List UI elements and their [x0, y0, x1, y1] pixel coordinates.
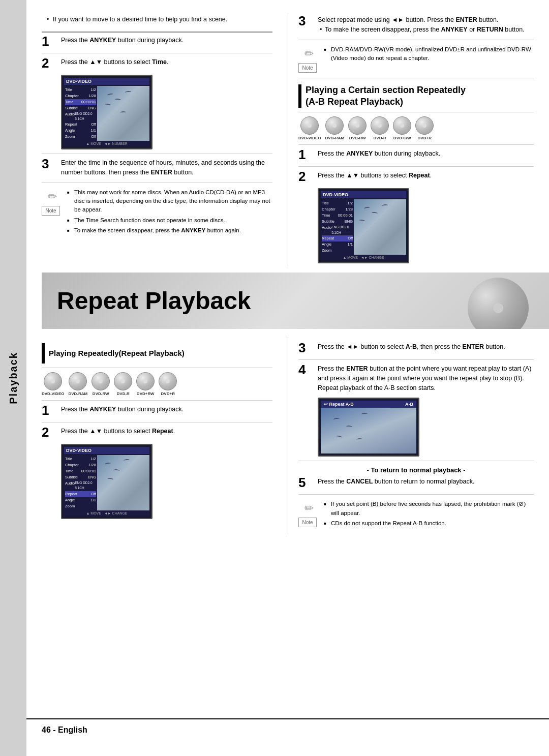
menu2-title: Title1/2 — [322, 200, 353, 206]
pr-dvd-rw-label: DVD-RW — [93, 391, 109, 396]
menu-zoom: ZoomOff — [65, 134, 96, 140]
format-icon-dvd-plusr: DVD+R — [415, 116, 434, 140]
divider-r3 — [298, 112, 534, 112]
ab-step-1: 1 Press the ANYKEY button during playbac… — [298, 149, 534, 161]
step-text-2: Press the ▲▼ buttons to select Time. — [61, 57, 272, 67]
sidebar: Playback — [0, 0, 26, 756]
dvd-menu-repeat2: Title1/2 Chapter1/28 Time00:00:01 Subtit… — [321, 199, 354, 255]
note-content-top: This may not work for some discs. When a… — [67, 188, 272, 236]
dvd-plusrw-circle — [393, 116, 411, 135]
pr-dvd-ram-circle — [69, 372, 87, 390]
step-text-3r: Select repeat mode using ◄► button. Pres… — [318, 15, 534, 35]
pr-menu-chapter: Chapter1/28 — [65, 462, 96, 468]
divider-ab5 — [298, 494, 534, 495]
dvd-screen-repeat2-title: DVD-VIDEO — [321, 191, 406, 198]
note-box-bottom: ✏ Note If you set point (B) before five … — [298, 500, 534, 529]
format-icon-dvd-ram: DVD-RAM — [325, 116, 344, 140]
note-item-r1: DVD-RAM/DVD-RW(VR mode), unfinalized DVD… — [324, 45, 534, 63]
ab-format-icons: DVD-VIDEO DVD-RAM DVD-RW DVD-R — [298, 116, 534, 140]
step-3-right: 3 Select repeat mode using ◄► button. Pr… — [298, 15, 534, 35]
note-content-right: DVD-RAM/DVD-RW(VR mode), unfinalized DVD… — [324, 45, 534, 65]
menu-title: Title1/2 — [65, 87, 96, 93]
return-heading: - To return to normal playback - — [298, 466, 534, 474]
note-bottom-1: If you set point (B) before five seconds… — [324, 500, 534, 518]
note-box-top: ✏ Note This may not work for some discs.… — [42, 188, 272, 236]
bird-ab1 — [333, 418, 340, 421]
divider-s1 — [42, 53, 272, 53]
step-num-1: 1 — [42, 35, 56, 48]
ab-step-text-5: Press the CANCEL button to return to nor… — [318, 477, 534, 487]
pr-step-2: 2 Press the ▲▼ buttons to select Repeat. — [42, 427, 272, 439]
ab-screen-title: ↩ Repeat A-B A-B — [321, 401, 416, 408]
dvd-image-pr — [97, 455, 149, 510]
pr-dvd-rw-circle — [92, 372, 110, 390]
bird-3 — [125, 90, 131, 94]
dvd-menu-time: Title1/2 Chapter1/28 Time00:00:01 Subtit… — [64, 86, 97, 141]
intro-bullet-1: If you want to move to a desired time to… — [47, 15, 272, 24]
ab-step-num-2: 2 — [298, 170, 313, 183]
dvd-bottom-repeat2: ▲ MOVE ◄► CHANGE — [321, 255, 406, 260]
repeat-banner-title: Repeat Playback — [57, 287, 534, 315]
pr-icon-dvd-ram: DVD-RAM — [68, 372, 87, 396]
dvd-r-label: DVD-R — [374, 136, 386, 140]
step-text-1: Press the ANYKEY button during playback. — [61, 36, 272, 45]
ab-screen-image — [321, 408, 416, 453]
menu-audio: AudioENG DD2.0 5.1CH — [65, 111, 96, 122]
note-bottom-2: CDs do not support the Repeat A-B functi… — [324, 519, 534, 528]
dvd-screen-repeat2: DVD-VIDEO Title1/2 Chapter1/28 Time00:00… — [318, 188, 409, 263]
dvd-ram-circle — [325, 116, 344, 135]
ab-section-bar — [298, 84, 301, 108]
ab-step-num-5: 5 — [298, 476, 313, 489]
dvd-image-time — [97, 86, 149, 141]
ab-repeat-header: Playing a Certain section Repeatedly (A-… — [298, 84, 534, 108]
bird-ab2 — [346, 426, 352, 429]
pr-icon-dvd-rw: DVD-RW — [92, 372, 110, 396]
dvd-plusrw-label: DVD+RW — [393, 136, 411, 140]
pr-menu-zoom: Zoom — [65, 503, 96, 509]
page-bottom: 46 - English — [26, 718, 549, 741]
bird-pr4 — [107, 477, 114, 481]
divider-ab3 — [298, 359, 534, 360]
ab-step-text-1: Press the ANYKEY button during playback. — [318, 149, 534, 159]
dvd-screen-repeat2-content: Title1/2 Chapter1/28 Time00:00:01 Subtit… — [321, 199, 406, 255]
dvd-screen-pr-title: DVD-VIDEO — [64, 447, 149, 454]
menu2-angle: Angle1/1 — [322, 241, 353, 248]
menu2-chapter: Chapter1/28 — [322, 206, 353, 213]
bird-5 — [120, 111, 126, 114]
ab-step-num-1: 1 — [298, 148, 313, 161]
pr-dvd-video-label: DVD-VIDEO — [42, 391, 64, 396]
ab-step-2: 2 Press the ▲▼ buttons to select Repeat. — [298, 171, 534, 183]
pr-step-1: 1 Press the ANYKEY button during playbac… — [42, 405, 272, 417]
divider-pr1 — [42, 368, 272, 368]
pr-menu-repeat-sel: RepeatOff — [65, 491, 96, 497]
menu2-audio: AudioENG DD2.0 5.1CH — [322, 225, 353, 235]
ab-step-num-3: 3 — [298, 341, 313, 354]
time-search-right: 3 Select repeat mode using ◄► button. Pr… — [288, 15, 549, 267]
playing-repeatedly-col: Playing Repeatedly(Repeat Playback) DVD-… — [26, 337, 288, 534]
dvd-screen-time-title: DVD-VIDEO — [64, 78, 149, 85]
bird-r1 — [364, 206, 371, 210]
pr-icon-dvd-video: DVD-VIDEO — [42, 372, 64, 396]
dvd-rw-label: DVD-RW — [349, 136, 366, 140]
menu-repeat: RepeatOff — [65, 122, 96, 128]
menu-time-selected: Time00:00:01 — [65, 99, 96, 105]
pr-dvd-plusr-circle — [159, 372, 177, 390]
pr-menu-angle: Angle1/1 — [65, 497, 96, 503]
note-pencil-icon-r: ✏ — [304, 45, 314, 62]
divider-s2 — [42, 154, 272, 154]
dvd-video-circle — [300, 116, 319, 135]
menu-subtitle: SubtitleENG — [65, 105, 96, 111]
bird-1 — [107, 93, 114, 96]
menu2-subtitle: SubtitleENG — [322, 219, 353, 225]
pr-section-title: Playing Repeatedly(Repeat Playback) — [49, 348, 185, 358]
format-icon-dvd-video: DVD-VIDEO — [298, 116, 321, 140]
menu2-repeat-selected: RepeatOff — [322, 235, 353, 241]
divider-pr2 — [42, 400, 272, 401]
note-box-right-top: ✏ Note DVD-RAM/DVD-RW(VR mode), unfinali… — [298, 45, 534, 73]
menu-angle: Angle1/1 — [65, 128, 96, 134]
banner-wrapper: Repeat Playback — [26, 273, 549, 337]
format-icon-dvd-rw: DVD-RW — [348, 116, 367, 140]
time-search-left: If you want to move to a desired time to… — [26, 15, 288, 267]
dvd-screen-pr-content: Title1/2 Chapter1/28 Time00:00:01 Subtit… — [64, 455, 149, 510]
pr-dvd-plusr-label: DVD+R — [161, 391, 175, 396]
